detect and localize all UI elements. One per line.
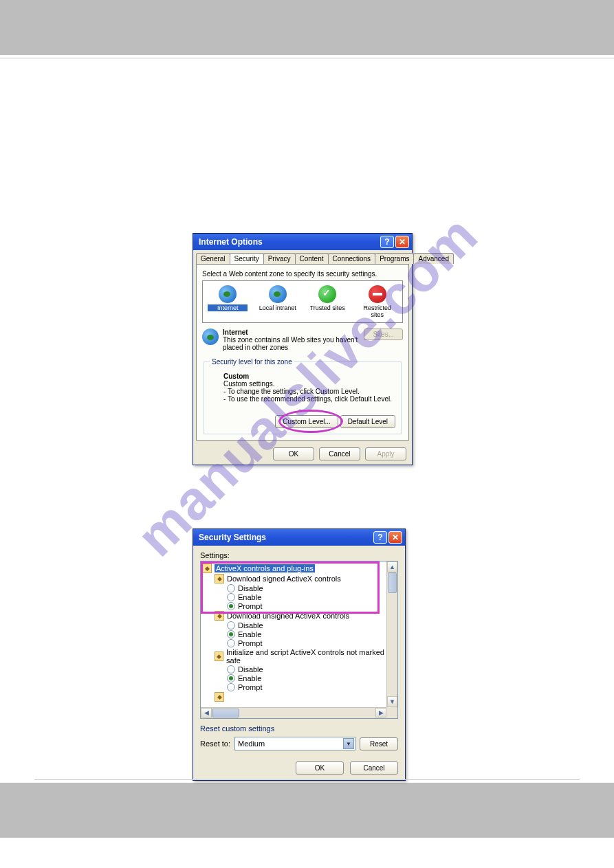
- cancel-button[interactable]: Cancel: [319, 447, 360, 460]
- security-level-legend: Security level for this zone: [210, 358, 294, 366]
- zone-selector: Internet Local intranet Trusted sites Re…: [202, 280, 403, 323]
- horizontal-scrollbar[interactable]: ◀ ▶: [201, 707, 386, 718]
- zone-instruction: Select a Web content zone to specify its…: [202, 270, 403, 278]
- page-content: manualslive.com Internet Options ? ✕ Gen…: [0, 61, 614, 783]
- zone-local-intranet[interactable]: Local intranet: [258, 285, 298, 318]
- ok-button[interactable]: OK: [296, 761, 344, 775]
- header-divider: [0, 58, 614, 58]
- page-footer-band: [0, 783, 614, 838]
- gear-icon: ◆: [215, 611, 224, 621]
- internet-options-dialog: Internet Options ? ✕ General Security Pr…: [193, 233, 413, 465]
- radio-disable[interactable]: Disable: [227, 584, 396, 592]
- tab-connections[interactable]: Connections: [328, 253, 376, 264]
- dialog2-title: Security Settings: [199, 533, 372, 542]
- scroll-down-icon[interactable]: ▼: [387, 696, 397, 707]
- dialog1-body: Select a Web content zone to specify its…: [196, 264, 409, 441]
- settings-tree[interactable]: ◆ ActiveX controls and plug-ins ◆ Downlo…: [200, 561, 398, 719]
- reset-to-value: Medium: [238, 739, 265, 748]
- tree-item-download-signed[interactable]: ◆ Download signed ActiveX controls: [215, 574, 396, 583]
- reset-section-label: Reset custom settings: [200, 724, 398, 733]
- scroll-thumb[interactable]: [388, 572, 397, 593]
- globe-icon: [219, 285, 237, 303]
- apply-button[interactable]: Apply: [365, 447, 406, 460]
- zone-description: Internet This zone contains all Web site…: [202, 329, 403, 351]
- scroll-right-icon[interactable]: ▶: [375, 708, 386, 717]
- dialog1-titlebar[interactable]: Internet Options ? ✕: [193, 234, 412, 250]
- globe-icon: [202, 329, 219, 345]
- dialog2-buttons: OK Cancel: [193, 756, 405, 780]
- tab-advanced[interactable]: Advanced: [413, 253, 453, 264]
- radio-enable[interactable]: Enable: [227, 593, 396, 601]
- reset-to-label: Reset to:: [200, 739, 230, 748]
- cancel-button[interactable]: Cancel: [350, 761, 398, 775]
- tree-group-activex[interactable]: ◆ ActiveX controls and plug-ins: [202, 564, 396, 573]
- ok-button[interactable]: OK: [273, 447, 314, 460]
- reset-to-combo[interactable]: Medium ▼: [234, 737, 355, 750]
- radio-prompt[interactable]: Prompt: [227, 639, 396, 647]
- check-icon: [318, 285, 336, 303]
- close-button[interactable]: ✕: [395, 236, 409, 248]
- vertical-scrollbar[interactable]: ▲ ▼: [386, 561, 397, 707]
- custom-block: Custom Custom settings. - To change the …: [223, 372, 395, 403]
- reset-row: Reset to: Medium ▼ Reset: [200, 737, 398, 750]
- default-level-button[interactable]: Default Level: [340, 415, 395, 428]
- tree-item-download-unsigned[interactable]: ◆ Download unsigned ActiveX controls: [215, 611, 396, 621]
- close-button[interactable]: ✕: [388, 531, 402, 544]
- custom-heading: Custom: [223, 372, 249, 380]
- zone-restricted-sites[interactable]: Restricted sites: [358, 285, 397, 318]
- sites-button[interactable]: Sites...: [364, 329, 403, 340]
- zone-internet[interactable]: Internet: [208, 285, 248, 318]
- tab-content[interactable]: Content: [295, 253, 329, 264]
- custom-level-button[interactable]: Custom Level...: [275, 415, 338, 428]
- dialog2-body: Settings: ◆ ActiveX controls and plug-in…: [193, 546, 405, 756]
- custom-line2: - To change the settings, click Custom L…: [223, 388, 360, 395]
- content-bottom-divider: [34, 779, 580, 780]
- tree-item-cutoff: ◆: [215, 692, 396, 702]
- radio-disable[interactable]: Disable: [227, 621, 396, 630]
- tab-general[interactable]: General: [196, 253, 230, 264]
- dialog1-buttons: OK Cancel Apply: [193, 443, 412, 465]
- tab-programs[interactable]: Programs: [375, 253, 414, 264]
- custom-line1: Custom settings.: [223, 380, 274, 388]
- tree-inner: ◆ ActiveX controls and plug-ins ◆ Downlo…: [201, 561, 397, 718]
- level-buttons: Custom Level... Default Level: [210, 415, 395, 428]
- radio-disable[interactable]: Disable: [227, 665, 396, 674]
- tab-security[interactable]: Security: [230, 253, 264, 264]
- settings-label: Settings:: [200, 551, 398, 559]
- zone-desc-text: Internet This zone contains all Web site…: [223, 329, 360, 351]
- scroll-corner: [386, 707, 397, 718]
- dialog2-titlebar[interactable]: Security Settings ? ✕: [193, 529, 405, 546]
- zone-trusted-sites[interactable]: Trusted sites: [307, 285, 347, 318]
- hscroll-thumb[interactable]: [212, 709, 239, 717]
- gear-icon: ◆: [215, 692, 224, 702]
- help-button[interactable]: ?: [373, 531, 387, 544]
- zone-desc-title: Internet: [223, 329, 248, 336]
- radio-enable[interactable]: Enable: [227, 674, 396, 682]
- security-settings-dialog: Security Settings ? ✕ Settings: ◆ Active…: [193, 528, 406, 781]
- custom-line3: - To use the recommended settings, click…: [223, 395, 392, 403]
- chevron-down-icon[interactable]: ▼: [343, 738, 354, 749]
- help-button[interactable]: ?: [380, 236, 394, 248]
- page-header-band: [0, 0, 614, 55]
- dialog1-tabs: General Security Privacy Content Connect…: [193, 250, 412, 264]
- radio-enable[interactable]: Enable: [227, 630, 396, 638]
- globe-icon: [269, 285, 287, 303]
- gear-icon: ◆: [202, 564, 212, 573]
- radio-prompt[interactable]: Prompt: [227, 683, 396, 691]
- stop-icon: [369, 285, 386, 303]
- tree-item-initialize-script[interactable]: ◆ Initialize and script ActiveX controls…: [215, 648, 396, 665]
- scroll-up-icon[interactable]: ▲: [387, 561, 397, 572]
- dialog1-title: Internet Options: [199, 237, 379, 247]
- scroll-left-icon[interactable]: ◀: [201, 708, 212, 717]
- tab-privacy[interactable]: Privacy: [263, 253, 296, 264]
- zone-desc-body: This zone contains all Web sites you hav…: [223, 336, 358, 351]
- security-level-fieldset: Security level for this zone Custom Cust…: [204, 358, 402, 434]
- gear-icon: ◆: [215, 652, 223, 661]
- gear-icon: ◆: [215, 574, 224, 583]
- radio-prompt[interactable]: Prompt: [227, 602, 396, 610]
- reset-button[interactable]: Reset: [360, 737, 398, 750]
